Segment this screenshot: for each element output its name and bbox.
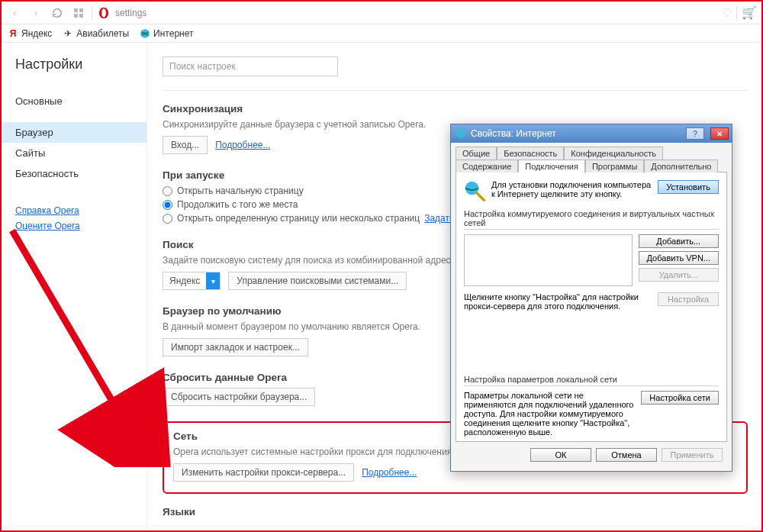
sidebar-link-rate[interactable]: Оцените Opera [15,221,146,231]
tab-security[interactable]: Безопасность [497,147,564,160]
tab-programs[interactable]: Программы [585,160,644,172]
lan-text: Параметры локальной сети не применяются … [464,391,635,437]
dialog-footer: ОК Отмена Применить [456,442,727,465]
reload-button[interactable] [49,5,66,21]
network-more-link[interactable]: Подробнее... [362,467,417,478]
internet-options-dialog: Свойства: Интернет ? ✕ Общие Безопасност… [450,124,732,472]
dialup-label: Настройка коммутируемого соединения и ви… [464,209,719,227]
proxy-settings-button[interactable]: Изменить настройки прокси-сервера... [173,463,354,482]
plane-icon: ✈ [63,28,73,39]
svg-rect-2 [74,14,78,18]
tab-privacy[interactable]: Конфиденциальность [564,147,663,160]
remove-connection-button: Удалить... [639,268,719,282]
page-title: Настройки [15,56,146,73]
tab-general[interactable]: Общие [456,147,497,160]
bookmark-label: Авиабилеты [76,28,129,39]
internet-options-icon [456,128,466,139]
section-languages: Языки [163,506,748,517]
settings-search-input[interactable]: Поиск настроек [163,56,338,76]
ok-button[interactable]: ОК [530,448,591,462]
cart-icon[interactable]: 🛒 [742,5,757,20]
apply-button: Применить [662,448,723,462]
connections-listbox[interactable] [464,234,633,286]
browser-toolbar: ‹ › settings ♡ 🛒 [2,2,761,24]
heart-icon[interactable]: ♡ [722,6,732,20]
connections-panel: Для установки подключения компьютера к И… [456,172,727,442]
svg-point-9 [456,129,465,138]
opera-icon [97,6,111,20]
manage-search-engines-button[interactable]: Управление поисковыми системами... [228,272,407,290]
svg-point-12 [483,199,486,202]
chevron-down-icon: ▾ [206,272,220,289]
bookmark-label: Яндекс [21,28,52,39]
add-vpn-button[interactable]: Добавить VPN... [639,251,719,265]
reset-browser-button[interactable]: Сбросить настройки браузера... [163,388,315,406]
svg-rect-1 [79,8,83,12]
setup-text: Для установки подключения компьютера к И… [491,180,652,198]
proxy-hint: Щелкните кнопку "Настройка" для настройк… [464,292,652,311]
setup-connection-button[interactable]: Установить [658,180,719,194]
svg-rect-3 [79,14,83,18]
sidebar-item-browser[interactable]: Браузер [2,122,146,143]
sync-login-button[interactable]: Вход... [163,136,208,154]
bookmark-aviabilety[interactable]: ✈ Авиабилеты [63,28,129,39]
nav-back-button[interactable]: ‹ [6,5,23,21]
section-title: Языки [163,506,748,517]
search-engine-select[interactable]: Яндекс▾ [163,272,221,290]
settings-sidebar: Настройки Основные Браузер Сайты Безопас… [2,43,146,530]
address-bar-text[interactable]: settings [115,8,146,18]
help-button[interactable]: ? [686,127,704,140]
sidebar-item-sites[interactable]: Сайты [2,143,146,163]
svg-rect-0 [74,8,78,12]
dialog-titlebar[interactable]: Свойства: Интернет ? ✕ [451,124,732,143]
dialog-title: Свойства: Интернет [471,128,556,139]
tab-connections[interactable]: Подключения [518,160,585,172]
tab-advanced[interactable]: Дополнительно [644,160,718,172]
yandex-icon: Я [8,28,18,39]
cancel-button[interactable]: Отмена [596,448,657,462]
bookmark-yandex[interactable]: Я Яндекс [8,28,52,39]
section-title: Синхронизация [163,103,748,114]
sidebar-link-help[interactable]: Справка Opera [15,205,146,216]
speed-dial-button[interactable] [70,5,87,21]
bookmark-internet[interactable]: Интернет [140,28,193,39]
lan-label: Настройка параметров локальной сети [464,375,719,384]
sync-more-link[interactable]: Подробнее... [215,140,270,150]
connection-settings-button: Настройка [658,292,719,306]
connection-wizard-icon [464,180,485,202]
tab-content[interactable]: Содержание [456,160,518,172]
lan-settings-button[interactable]: Настройка сети [641,391,719,405]
svg-point-5 [101,8,106,17]
globe-icon [140,28,150,39]
sidebar-item-basic[interactable]: Основные [2,91,146,111]
nav-forward-button[interactable]: › [27,5,44,21]
close-button[interactable]: ✕ [710,127,729,140]
bookmark-label: Интернет [153,28,193,39]
import-bookmarks-button[interactable]: Импорт закладок и настроек... [163,338,308,356]
sidebar-item-security[interactable]: Безопасность [2,163,146,184]
add-connection-button[interactable]: Добавить... [639,234,719,248]
bookmarks-bar: Я Яндекс ✈ Авиабилеты Интернет [2,24,761,43]
